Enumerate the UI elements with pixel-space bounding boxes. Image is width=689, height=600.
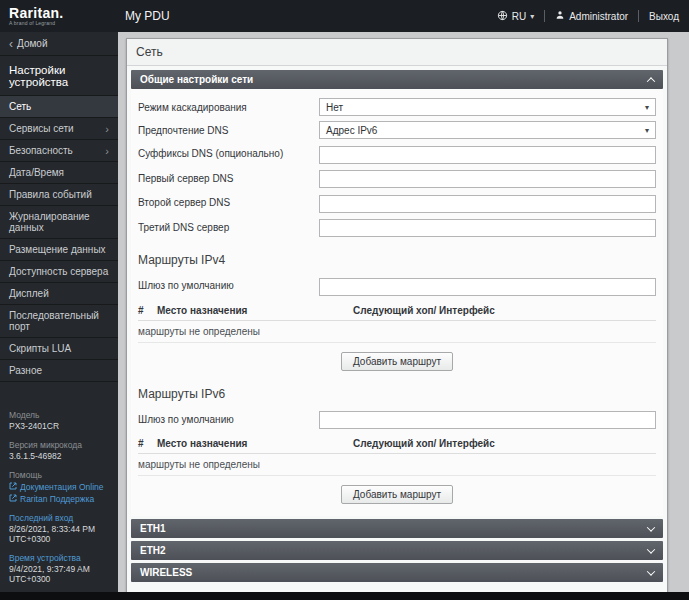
sidebar-section-title: Настройки устройства xyxy=(0,56,118,95)
sidebar-item-lua-scripts[interactable]: Скрипты LUA xyxy=(0,337,118,359)
sidebar-home-link[interactable]: ‹ Домой xyxy=(0,32,118,56)
sidebar-item-label: Разное xyxy=(9,365,42,376)
section-title: WIRELESS xyxy=(140,567,192,578)
dns-server-1-input[interactable] xyxy=(319,170,656,188)
home-label: Домой xyxy=(17,38,47,49)
ipv6-routes-table: # Место назначения Следующий хоп/ Интерф… xyxy=(138,434,656,476)
app-window: Raritan. A brand of Legrand My PDU RU ▾ … xyxy=(0,0,689,600)
panel-title: Сеть xyxy=(127,39,667,66)
form-row: Второй сервер DNS xyxy=(135,193,659,213)
chevron-down-icon: ▾ xyxy=(645,126,649,135)
sidebar-item-date-time[interactable]: Дата/Время xyxy=(0,161,118,183)
sidebar-item-data-push[interactable]: Размещение данных xyxy=(0,238,118,260)
ipv4-routes-title: Маршруты IPv4 xyxy=(138,253,656,267)
main-area: Сеть Общие настройки сети Режим каскадир… xyxy=(118,32,689,592)
chevron-right-icon: › xyxy=(105,125,109,133)
external-link-icon xyxy=(9,482,17,492)
sidebar-item-security[interactable]: Безопасность› xyxy=(0,139,118,161)
column-next-hop: Следующий хоп/ Интерфейс xyxy=(353,438,656,449)
online-docs-label: Документация Online xyxy=(20,482,104,492)
device-time-value: 9/4/2021, 9:37:49 AM UTC+0300 xyxy=(9,564,109,584)
sidebar-item-label: Сеть xyxy=(9,101,31,112)
chevron-right-icon: › xyxy=(105,147,109,155)
sidebar-item-miscellaneous[interactable]: Разное xyxy=(0,359,118,382)
field-label: Шлюз по умолчанию xyxy=(138,414,319,425)
username-label: Administrator xyxy=(569,11,628,22)
common-settings-content: Режим каскадирования Нет ▾ Предпочтение … xyxy=(131,89,663,516)
select-value: Адрес IPv6 xyxy=(326,125,377,136)
dns-suffixes-input[interactable] xyxy=(319,146,656,164)
sidebar-item-network-services[interactable]: Сервисы сети› xyxy=(0,117,118,139)
empty-routes-message: маршруты не определены xyxy=(138,321,656,343)
table-header: # Место назначения Следующий хоп/ Интерф… xyxy=(138,434,656,454)
column-number: # xyxy=(138,438,157,449)
sidebar-item-label: Скрипты LUA xyxy=(9,343,71,354)
section-title: ETH2 xyxy=(140,545,166,556)
sidebar-item-event-rules[interactable]: Правила событий xyxy=(0,183,118,205)
chevron-up-icon xyxy=(647,77,655,85)
divider xyxy=(544,10,545,22)
raritan-logo: Raritan. A brand of Legrand xyxy=(0,7,118,26)
language-selector[interactable]: RU ▾ xyxy=(497,10,534,23)
ipv6-gateway-input[interactable] xyxy=(319,411,656,429)
cascading-mode-select[interactable]: Нет ▾ xyxy=(319,98,656,116)
user-menu[interactable]: Administrator xyxy=(555,10,628,22)
sidebar-item-label: Размещение данных xyxy=(9,244,106,255)
last-login-value: 8/26/2021, 8:33:44 PM UTC+0300 xyxy=(9,524,109,544)
sidebar-item-serial-port[interactable]: Последовательный порт xyxy=(0,304,118,337)
form-row: Суффиксы DNS (опционально) xyxy=(135,144,659,164)
select-value: Нет xyxy=(326,102,343,113)
firmware-value: 3.6.1.5-46982 xyxy=(9,451,109,461)
logout-button[interactable]: Выход xyxy=(649,11,679,22)
sidebar-item-label: Доступность сервера xyxy=(9,266,108,277)
bottom-strip xyxy=(0,592,689,600)
help-label: Помощь xyxy=(9,470,109,480)
sidebar-item-network[interactable]: Сеть xyxy=(0,95,118,117)
logo-text: Raritan. xyxy=(9,7,118,20)
sidebar-item-label: Журналирование данных xyxy=(9,211,109,233)
top-bar: Raritan. A brand of Legrand My PDU RU ▾ … xyxy=(0,0,689,32)
section-header-common[interactable]: Общие настройки сети xyxy=(131,70,663,89)
form-row: Шлюз по умолчанию xyxy=(135,276,659,296)
column-number: # xyxy=(138,305,157,316)
last-login-label: Последний вход xyxy=(9,513,109,523)
ipv6-routes-title: Маршруты IPv6 xyxy=(138,387,656,401)
model-label: Модель xyxy=(9,410,109,420)
ipv4-gateway-input[interactable] xyxy=(319,278,656,296)
sidebar-item-front-panel[interactable]: Дисплей xyxy=(0,282,118,304)
column-destination: Место назначения xyxy=(157,438,353,449)
sidebar-item-data-logging[interactable]: Журналирование данных xyxy=(0,205,118,238)
chevron-down-icon: ▾ xyxy=(645,103,649,112)
table-header: # Место назначения Следующий хоп/ Интерф… xyxy=(138,301,656,321)
sidebar-item-server-reachability[interactable]: Доступность сервера xyxy=(0,260,118,282)
form-row: Режим каскадирования Нет ▾ xyxy=(135,98,659,116)
sidebar-item-label: Дисплей xyxy=(9,288,49,299)
section-header-eth1[interactable]: ETH1 xyxy=(131,519,663,538)
add-ipv4-route-button[interactable]: Добавить маршрут xyxy=(341,352,453,371)
field-label: Третий DNS сервер xyxy=(138,222,319,233)
sidebar-item-label: Безопасность xyxy=(9,145,73,156)
add-ipv6-route-button[interactable]: Добавить маршрут xyxy=(341,485,453,504)
panel-body: Общие настройки сети Режим каскадировани… xyxy=(127,66,667,586)
section-header-wireless[interactable]: WIRELESS xyxy=(131,563,663,582)
dns-preference-select[interactable]: Адрес IPv6 ▾ xyxy=(319,121,656,139)
dns-server-2-input[interactable] xyxy=(319,195,656,213)
field-label: Суффиксы DNS (опционально) xyxy=(138,148,319,159)
language-label: RU xyxy=(512,11,526,22)
external-link-icon xyxy=(9,494,17,504)
online-docs-link[interactable]: Документация Online xyxy=(9,482,109,492)
dns-server-3-input[interactable] xyxy=(319,219,656,237)
support-link[interactable]: Raritan Поддержка xyxy=(9,494,109,504)
device-info-panel: Модель PX3-2401CR Версия микрокода 3.6.1… xyxy=(0,410,118,593)
section-title: ETH1 xyxy=(140,523,166,534)
chevron-left-icon: ‹ xyxy=(9,40,13,48)
field-label: Шлюз по умолчанию xyxy=(138,280,319,291)
sidebar-menu: Сеть Сервисы сети› Безопасность› Дата/Вр… xyxy=(0,95,118,382)
column-destination: Место назначения xyxy=(157,305,353,316)
field-label: Первый сервер DNS xyxy=(138,173,319,184)
firmware-label: Версия микрокода xyxy=(9,440,109,450)
sidebar-item-label: Правила событий xyxy=(9,189,92,200)
topbar-actions: RU ▾ Administrator Выход xyxy=(497,10,689,23)
section-header-eth2[interactable]: ETH2 xyxy=(131,541,663,560)
device-time-label: Время устройства xyxy=(9,553,109,563)
